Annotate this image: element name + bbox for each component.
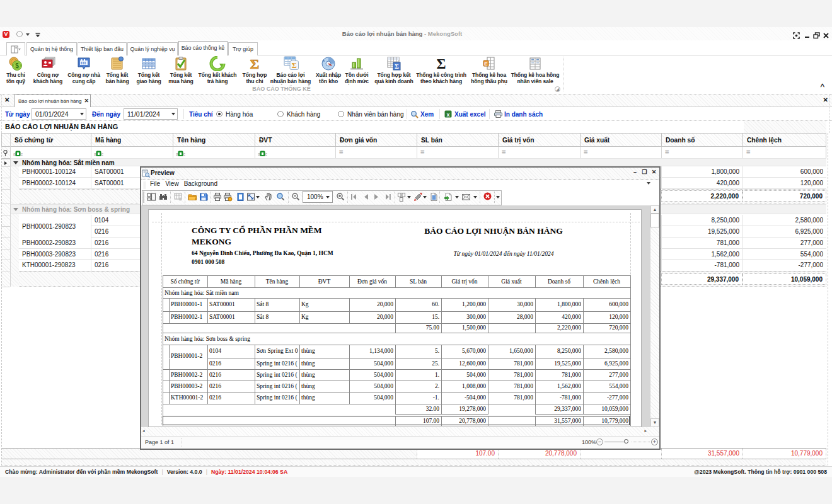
svg-text:Σ: Σ	[436, 56, 446, 71]
svg-text:$: $	[15, 62, 19, 69]
svg-text:x: x	[446, 112, 449, 118]
svg-text:Σ: Σ	[292, 61, 297, 70]
svg-text:E: E	[484, 61, 488, 67]
svg-text:Σ: Σ	[250, 56, 259, 71]
svg-text:Σ: Σ	[395, 63, 399, 70]
